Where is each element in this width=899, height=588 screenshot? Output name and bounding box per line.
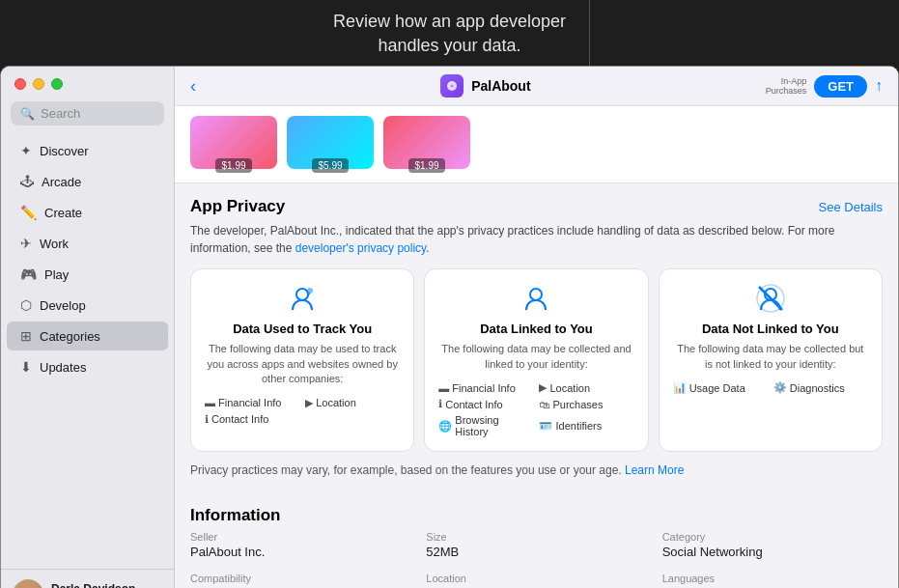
search-placeholder: Search	[41, 106, 80, 121]
svg-line-5	[759, 287, 782, 310]
not-linked-diagnostics-label: Diagnostics	[790, 382, 845, 394]
svg-point-1	[296, 289, 308, 300]
track-data-items: ▬ Financial Info ▶ Location ℹ Contact In…	[205, 397, 400, 426]
track-icon	[205, 283, 400, 314]
linked-data-items: ▬ Financial Info ▶ Location ℹ Contact In…	[438, 381, 633, 437]
screenshot-2: $5.99	[287, 116, 374, 173]
in-app-purchases-label: In-App Purchases	[766, 76, 807, 98]
not-linked-data-items: 📊 Usage Data ⚙️ Diagnostics	[673, 381, 868, 394]
linked-item-contact: ℹ Contact Info	[438, 398, 533, 410]
information-header: Information	[190, 492, 883, 531]
svg-point-2	[307, 288, 313, 294]
header-right: In-App Purchases GET ↑	[766, 75, 883, 98]
info-languages: Languages English and 7 more ▾	[662, 573, 883, 588]
categories-icon: ⊞	[20, 328, 32, 344]
price-tag-3: $1.99	[408, 158, 444, 173]
track-financial-label: Financial Info	[218, 397, 281, 408]
privacy-desc-text: The developer, PalAbout Inc., indicated …	[190, 224, 834, 255]
privacy-card-linked: Data Linked to You The following data ma…	[424, 268, 648, 452]
sidebar-item-updates[interactable]: ⬇ Updates	[7, 352, 168, 381]
tooltip-area: Review how an app developer handles your…	[0, 0, 899, 66]
info-seller-label: Seller	[190, 531, 410, 543]
updates-icon: ⬇	[20, 359, 32, 375]
user-name: Darla Davidson	[51, 582, 135, 588]
avatar-face	[14, 581, 42, 588]
track-contact-label: Contact Info	[211, 413, 268, 425]
tooltip-line2: handles your data.	[0, 34, 899, 58]
app-icon-svg	[445, 79, 459, 93]
back-button[interactable]: ‹	[190, 76, 196, 97]
linked-purchases-label: Purchases	[552, 399, 603, 410]
track-item-contact: ℹ Contact Info	[205, 413, 299, 426]
sidebar-item-arcade[interactable]: 🕹 Arcade	[7, 167, 168, 196]
linked-item-financial: ▬ Financial Info	[438, 381, 533, 394]
info-size-value: 52MB	[426, 545, 646, 559]
sidebar-item-label: Discover	[40, 144, 89, 158]
track-icon-svg	[287, 283, 318, 314]
see-details-button[interactable]: See Details	[819, 200, 883, 214]
linked-item-location: ▶ Location	[539, 381, 633, 394]
tooltip-line1: Review how an app developer	[0, 10, 899, 34]
app-privacy-title: App Privacy	[190, 197, 285, 216]
sidebar-item-label: Work	[40, 237, 69, 251]
privacy-note-text: Privacy practices may vary, for example,…	[190, 463, 622, 477]
not-linked-icon-svg	[755, 283, 786, 314]
linked-browsing-label: Browsing History	[455, 414, 533, 437]
location2-icon: ▶	[539, 381, 547, 394]
share-button[interactable]: ↑	[875, 77, 883, 95]
info-size: Size 52MB	[426, 531, 646, 559]
close-button[interactable]	[14, 78, 26, 90]
info-seller: Seller PalAbout Inc.	[190, 531, 410, 559]
linked-card-desc: The following data may be collected and …	[438, 342, 633, 372]
tooltip-vertical-line	[589, 0, 590, 66]
sidebar: 🔍 Search ✦ Discover 🕹 Arcade ✏️ Create ✈…	[1, 67, 175, 588]
app-window: 🔍 Search ✦ Discover 🕹 Arcade ✏️ Create ✈…	[0, 66, 899, 588]
linked-financial-label: Financial Info	[452, 382, 515, 394]
browsing-icon: 🌐	[438, 420, 452, 433]
create-icon: ✏️	[20, 205, 37, 220]
sidebar-item-develop[interactable]: ⬡ Develop	[7, 291, 168, 320]
linked-identifiers-label: Identifiers	[555, 420, 602, 432]
maximize-button[interactable]	[51, 78, 63, 90]
privacy-card-track: Data Used to Track You The following dat…	[190, 268, 414, 452]
location-icon: ▶	[305, 397, 313, 409]
sidebar-item-discover[interactable]: ✦ Discover	[7, 136, 168, 165]
purchases-icon: 🛍	[539, 399, 549, 410]
not-linked-card-title: Data Not Linked to You	[673, 322, 868, 336]
info-languages-label: Languages	[662, 573, 883, 584]
sidebar-item-create[interactable]: ✏️ Create	[7, 198, 168, 227]
privacy-cards: Data Used to Track You The following dat…	[190, 268, 883, 452]
privacy-policy-link[interactable]: developer's privacy policy	[295, 241, 426, 255]
svg-point-3	[530, 289, 542, 300]
sidebar-item-work[interactable]: ✈ Work	[7, 229, 168, 258]
sidebar-item-categories[interactable]: ⊞ Categories	[7, 322, 168, 350]
financial-icon: ▬	[205, 397, 215, 408]
minimize-button[interactable]	[33, 78, 44, 90]
sidebar-item-label: Arcade	[42, 175, 81, 189]
identifiers-icon: 🪪	[539, 420, 552, 433]
learn-more-link[interactable]: Learn More	[625, 463, 684, 477]
info-grid: Seller PalAbout Inc. Size 52MB Category …	[190, 531, 883, 588]
play-icon: 🎮	[20, 266, 37, 282]
search-bar[interactable]: 🔍 Search	[11, 101, 164, 126]
price-tag-1: $1.99	[215, 158, 251, 173]
privacy-desc-period: .	[426, 241, 429, 255]
sidebar-item-play[interactable]: 🎮 Play	[7, 260, 168, 289]
info-category-value: Social Networking	[662, 545, 883, 559]
main-content: ‹ PalAbout In-App Purchases GET ↑	[175, 67, 898, 588]
arcade-icon: 🕹	[20, 174, 34, 189]
linked-item-purchases: 🛍 Purchases	[539, 398, 633, 410]
develop-icon: ⬡	[20, 297, 32, 313]
price-tag-2: $5.99	[312, 158, 348, 173]
get-button[interactable]: GET	[814, 75, 867, 98]
info-category: Category Social Networking	[662, 531, 883, 559]
not-linked-card-desc: The following data may be collected but …	[673, 342, 868, 372]
app-window-wrapper: 🔍 Search ✦ Discover 🕹 Arcade ✏️ Create ✈…	[0, 66, 899, 588]
search-icon: 🔍	[20, 107, 35, 121]
info-size-label: Size	[426, 531, 646, 543]
financial2-icon: ▬	[438, 382, 449, 394]
track-card-title: Data Used to Track You	[205, 322, 400, 336]
not-linked-item-diagnostics: ⚙️ Diagnostics	[773, 381, 868, 394]
info-category-label: Category	[662, 531, 883, 543]
linked-icon	[438, 283, 633, 314]
